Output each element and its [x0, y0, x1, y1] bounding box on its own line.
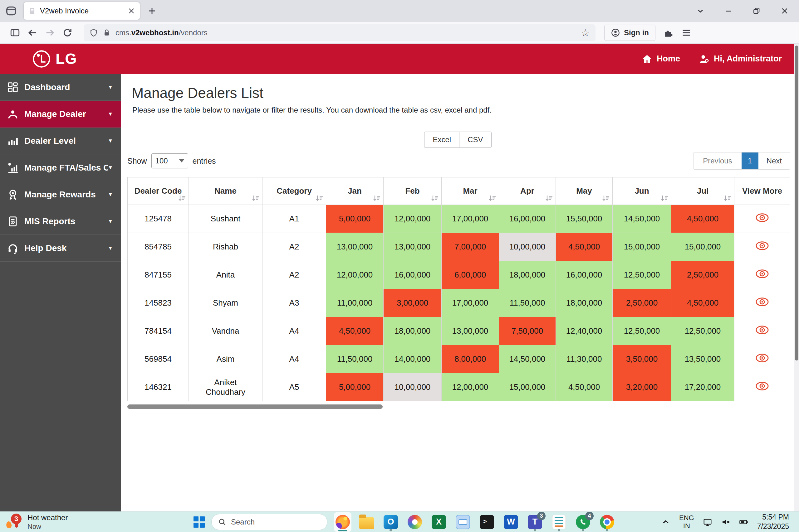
next-page-button[interactable]: Next	[759, 156, 790, 165]
sort-icon[interactable]	[660, 194, 669, 203]
view-more-button[interactable]	[755, 297, 769, 306]
taskbar-outlook[interactable]: O	[382, 512, 399, 532]
column-header-apr[interactable]: Apr	[499, 177, 556, 205]
taskbar-firefox[interactable]	[334, 512, 351, 532]
excel-export-button[interactable]: Excel	[424, 132, 459, 148]
view-more-button[interactable]	[755, 381, 769, 391]
month-cell: 4,50,000	[326, 317, 384, 345]
sidebar-item-mis-reports[interactable]: MIS Reports ▼	[0, 208, 121, 235]
entries-select[interactable]: 100	[151, 153, 188, 168]
extensions-puzzle-icon[interactable]	[663, 27, 674, 38]
close-icon[interactable]	[780, 6, 789, 15]
column-header-jan[interactable]: Jan	[326, 177, 384, 205]
column-header-dealer-code[interactable]: Dealer Code	[128, 177, 189, 205]
browser-tab[interactable]: V2web Invoice	[24, 2, 140, 20]
taskbar-search[interactable]: Search	[211, 514, 327, 530]
lg-logo[interactable]: LG	[32, 49, 77, 69]
sort-icon[interactable]	[373, 194, 381, 203]
month-cell: 12,40,000	[556, 317, 613, 345]
column-header-may[interactable]: May	[556, 177, 613, 205]
column-header-feb[interactable]: Feb	[384, 177, 442, 205]
start-button[interactable]	[194, 516, 205, 528]
column-header-jul[interactable]: Jul	[671, 177, 734, 205]
sidebar-toggle-icon[interactable]	[10, 27, 20, 38]
horizontal-scrollbar[interactable]	[127, 404, 383, 409]
sort-icon[interactable]	[602, 194, 610, 203]
sort-icon[interactable]	[431, 194, 439, 203]
taskbar-excel[interactable]: X	[430, 512, 448, 532]
vertical-scrollbar[interactable]	[794, 44, 799, 511]
taskbar-chrome[interactable]	[598, 512, 616, 532]
view-more-button[interactable]	[755, 213, 769, 222]
outlook-icon: O	[384, 515, 398, 529]
sidebar-item-manage-fta[interactable]: Manage FTA/Sales Of.. ▼	[0, 154, 121, 181]
sidebar-item-dealer-level[interactable]: Dealer Level ▼	[0, 128, 121, 154]
taskbar-teams[interactable]: 3T	[526, 512, 544, 532]
reload-icon[interactable]	[62, 27, 73, 38]
user-menu[interactable]: Hi, Administrator	[699, 54, 782, 64]
current-page-button[interactable]: 1	[742, 152, 759, 170]
shield-icon[interactable]	[89, 28, 98, 37]
sort-icon[interactable]	[252, 194, 260, 203]
sort-icon[interactable]	[178, 194, 186, 203]
tab-close-icon[interactable]	[127, 7, 135, 15]
taskbar-media-app[interactable]	[454, 512, 472, 532]
column-header-name[interactable]: Name	[189, 177, 262, 205]
language-switcher[interactable]: ENG IN	[679, 514, 694, 530]
clock[interactable]: 5:54 PM 7/23/2025	[757, 513, 789, 531]
column-header-category[interactable]: Category	[262, 177, 326, 205]
mute-speaker-icon[interactable]	[721, 517, 730, 527]
taskbar-file-explorer[interactable]	[358, 512, 376, 532]
sort-icon[interactable]	[488, 194, 496, 203]
sign-in-button[interactable]: Sign in	[604, 25, 655, 41]
list-tabs-icon[interactable]	[696, 6, 705, 15]
weather-widget[interactable]: 3 Hot weather Now	[6, 513, 100, 531]
month-cell: 3,50,000	[613, 345, 671, 373]
view-more-button[interactable]	[755, 269, 769, 279]
view-more-button[interactable]	[755, 325, 769, 335]
taskbar-terminal[interactable]: >_	[478, 512, 496, 532]
back-icon[interactable]	[27, 27, 38, 38]
sidebar-item-dashboard[interactable]: Dashboard ▼	[0, 74, 121, 101]
category-cell: A5	[262, 373, 326, 401]
url-bar[interactable]: cms.v2webhost.in/vendors ☆	[84, 24, 596, 41]
sidebar-item-label: Manage Dealer	[24, 109, 86, 119]
sort-icon[interactable]	[315, 194, 323, 203]
sort-icon[interactable]	[545, 194, 553, 203]
home-link[interactable]: Home	[642, 54, 680, 64]
month-cell: 18,00,000	[556, 289, 613, 317]
chevron-down-icon: ▼	[108, 191, 113, 198]
sidebar-item-manage-dealer[interactable]: Manage Dealer ▼	[0, 101, 121, 128]
view-more-button[interactable]	[755, 241, 769, 250]
view-more-cell	[734, 317, 790, 345]
sort-icon[interactable]	[724, 194, 731, 203]
taskbar: 3 Hot weather Now Search O X >_ W 3T 4	[0, 511, 799, 532]
previous-page-button[interactable]: Previous	[693, 156, 741, 165]
hamburger-menu-icon[interactable]	[681, 27, 692, 38]
month-cell: 13,00,000	[326, 233, 384, 261]
page-favicon	[28, 7, 36, 15]
bookmark-star-icon[interactable]: ☆	[581, 28, 590, 38]
csv-export-button[interactable]: CSV	[459, 132, 491, 148]
column-header-label: Category	[276, 186, 312, 195]
cast-display-icon[interactable]	[703, 517, 712, 527]
chevron-up-icon[interactable]	[661, 517, 670, 527]
taskbar-paint[interactable]	[406, 512, 423, 532]
restore-icon[interactable]	[752, 6, 761, 15]
sidebar-item-help-desk[interactable]: Help Desk ▼	[0, 235, 121, 262]
column-header-jun[interactable]: Jun	[613, 177, 671, 205]
column-header-mar[interactable]: Mar	[442, 177, 499, 205]
taskbar-whatsapp[interactable]: 4	[574, 512, 592, 532]
taskbar-notes[interactable]	[550, 512, 568, 532]
battery-icon[interactable]	[739, 517, 748, 527]
running-indicator	[338, 530, 347, 531]
taskbar-word[interactable]: W	[502, 512, 520, 532]
lock-icon[interactable]	[102, 28, 111, 37]
sidebar-item-manage-rewards[interactable]: Manage Rewards ▼	[0, 181, 121, 208]
forward-icon[interactable]	[44, 27, 55, 38]
new-tab-icon[interactable]	[147, 6, 157, 16]
firefox-view-icon[interactable]	[5, 5, 17, 17]
view-more-button[interactable]	[755, 353, 769, 363]
vertical-scrollbar-thumb[interactable]	[795, 45, 798, 360]
minimize-icon[interactable]	[724, 6, 733, 15]
